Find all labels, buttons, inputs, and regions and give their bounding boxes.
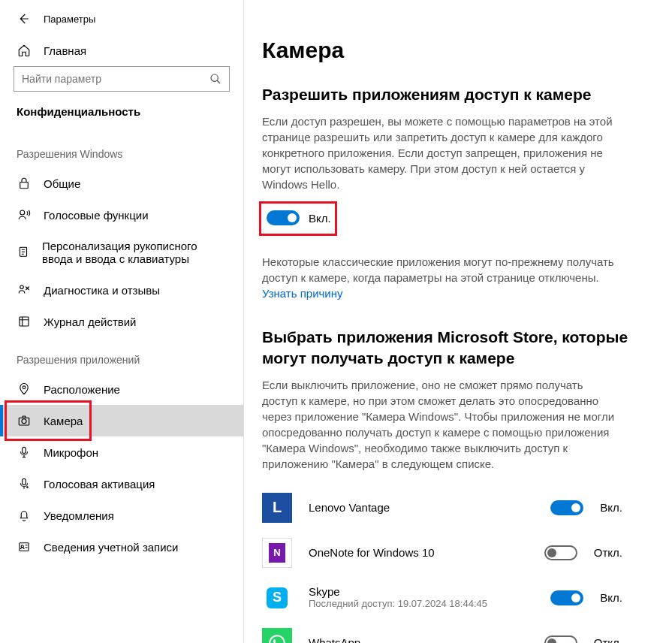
- master-toggle[interactable]: [267, 210, 300, 225]
- account-icon: [17, 540, 32, 554]
- sidebar-item-label: Расположение: [44, 383, 120, 396]
- classic-apps-desc: Некоторые классические приложения могут …: [262, 254, 615, 285]
- section-choose-heading: Выбрать приложения Microsoft Store, кото…: [262, 327, 649, 368]
- lock-icon: [17, 177, 32, 190]
- sidebar-item-label: Камера: [44, 415, 83, 427]
- svg-point-4: [20, 285, 24, 289]
- svg-point-11: [27, 487, 29, 488]
- app-row-onenote: N OneNote for Windows 10 Откл.: [262, 530, 622, 575]
- section-choose-desc: Если выключить приложение, оно не сможет…: [262, 377, 615, 472]
- sidebar-item-label: Общие: [44, 177, 80, 190]
- sidebar-item-account-info[interactable]: Сведения учетной записи: [0, 531, 243, 563]
- sidebar-item-label: Уведомления: [44, 509, 114, 522]
- app-toggle-label: Откл.: [594, 636, 622, 643]
- search-icon: [209, 73, 221, 85]
- page-title: Камера: [262, 38, 649, 63]
- sidebar-item-camera[interactable]: Камера: [0, 405, 243, 436]
- app-toggle-label: Вкл.: [600, 591, 622, 604]
- svg-rect-10: [23, 478, 26, 485]
- app-name: Skype: [309, 585, 534, 598]
- mic-icon: [17, 445, 32, 459]
- svg-rect-5: [20, 317, 29, 326]
- app-toggle-onenote[interactable]: [544, 545, 577, 560]
- inking-icon: [17, 246, 30, 259]
- section-label: Конфиденциальность: [0, 105, 243, 131]
- search-box[interactable]: [14, 66, 230, 92]
- app-name: Lenovo Vantage: [309, 501, 534, 514]
- svg-rect-1: [20, 183, 29, 189]
- history-icon: [17, 315, 32, 328]
- camera-icon: [17, 414, 32, 427]
- sidebar-home[interactable]: Главная: [0, 36, 243, 66]
- app-row-skype: S Skype Последний доступ: 19.07.2024 18:…: [262, 575, 622, 620]
- sidebar-item-label: Журнал действий: [44, 315, 136, 328]
- section-allow-heading: Разрешить приложениям доступ к камере: [262, 84, 649, 104]
- home-label: Главная: [44, 44, 86, 57]
- sidebar-item-inking[interactable]: Персонализация рукописного ввода и ввода…: [0, 231, 243, 274]
- sidebar-item-notifications[interactable]: Уведомления: [0, 500, 243, 531]
- svg-point-6: [23, 386, 26, 389]
- app-name: OneNote for Windows 10: [309, 546, 528, 559]
- app-icon-lenovo: L: [262, 493, 292, 523]
- svg-point-2: [20, 210, 25, 215]
- app-name: WhatsApp: [309, 636, 528, 643]
- sidebar-item-label: Голосовая активация: [44, 478, 155, 491]
- sidebar-item-label: Микрофон: [44, 446, 98, 459]
- sidebar-item-label: Диагностика и отзывы: [44, 284, 160, 297]
- search-input[interactable]: [22, 73, 209, 85]
- app-icon-onenote: N: [262, 538, 292, 568]
- app-icon-skype: S: [262, 583, 292, 613]
- back-icon[interactable]: [17, 12, 30, 26]
- app-row-lenovo: L Lenovo Vantage Вкл.: [262, 485, 622, 530]
- sidebar-item-voice-activation[interactable]: Голосовая активация: [0, 468, 243, 500]
- sidebar-item-activity[interactable]: Журнал действий: [0, 306, 243, 337]
- sidebar-item-label: Сведения учетной записи: [44, 541, 179, 554]
- svg-rect-12: [20, 543, 29, 551]
- group-apps-label: Разрешения приложений: [0, 337, 243, 373]
- sidebar-item-speech[interactable]: Голосовые функции: [0, 199, 243, 231]
- app-toggle-label: Вкл.: [600, 501, 622, 514]
- master-toggle-row: Вкл.: [262, 206, 349, 230]
- learn-why-link[interactable]: Узнать причину: [262, 287, 343, 300]
- sidebar-item-general[interactable]: Общие: [0, 168, 243, 199]
- sidebar-item-feedback[interactable]: Диагностика и отзывы: [0, 274, 243, 306]
- sidebar: Параметры Главная Конфиденциальность Раз…: [0, 0, 244, 643]
- app-toggle-whatsapp[interactable]: [544, 635, 577, 643]
- window-title: Параметры: [44, 14, 95, 25]
- speech-icon: [17, 208, 32, 222]
- home-icon: [17, 44, 32, 57]
- bell-icon: [17, 509, 32, 522]
- voice-icon: [17, 477, 32, 491]
- search-container: [0, 66, 243, 105]
- app-toggle-label: Откл.: [594, 546, 622, 559]
- svg-point-0: [211, 74, 218, 81]
- svg-rect-9: [23, 447, 26, 453]
- app-icon-whatsapp: [262, 628, 292, 643]
- app-sub: Последний доступ: 19.07.2024 18:44:45: [309, 598, 534, 611]
- titlebar: Параметры: [0, 6, 243, 36]
- group-windows-label: Разрешения Windows: [0, 131, 243, 168]
- master-toggle-label: Вкл.: [309, 212, 331, 225]
- app-toggle-lenovo[interactable]: [550, 500, 583, 515]
- sidebar-item-location[interactable]: Расположение: [0, 373, 243, 405]
- feedback-icon: [17, 283, 32, 297]
- section-allow-desc: Если доступ разрешен, вы можете с помощь…: [262, 113, 615, 192]
- location-icon: [17, 382, 32, 396]
- sidebar-item-label: Голосовые функции: [44, 209, 149, 222]
- sidebar-item-microphone[interactable]: Микрофон: [0, 436, 243, 468]
- svg-point-8: [22, 419, 26, 424]
- main-content: Камера Разрешить приложениям доступ к ка…: [244, 0, 672, 643]
- sidebar-item-label: Персонализация рукописного ввода и ввода…: [42, 240, 230, 265]
- app-row-whatsapp: WhatsApp Откл.: [262, 620, 622, 643]
- app-toggle-skype[interactable]: [550, 590, 583, 605]
